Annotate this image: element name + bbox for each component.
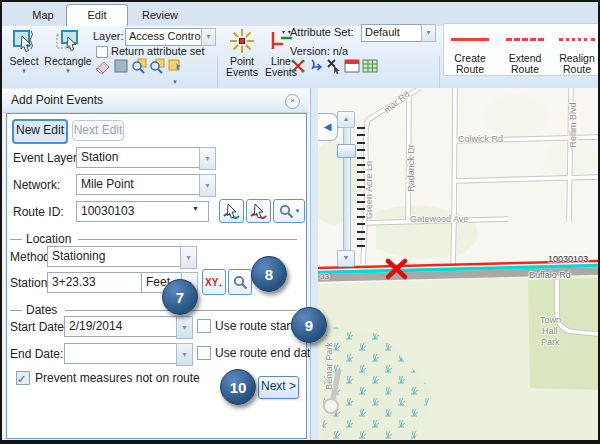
collapse-panel-button[interactable]: ◀ [318, 113, 338, 141]
return-attribute-set-checkbox[interactable] [96, 46, 108, 58]
event-layer-dropdown-arrow[interactable]: ▾ [199, 147, 216, 170]
collapse-left-icon: ◀ [324, 121, 332, 132]
next-edit-button[interactable]: Next Edit [72, 120, 124, 141]
attribute-set-dropdown[interactable]: Default [361, 24, 423, 42]
dash-dot-red-line-icon [506, 38, 544, 41]
selection-options-button[interactable]: ▾ [167, 58, 183, 74]
network-label: Network: [13, 178, 60, 192]
park-label-hall: Hall [542, 326, 558, 336]
clear-selection-button[interactable] [95, 58, 111, 74]
event-layer-label: Event Layer: [13, 151, 80, 165]
zoom-selection-icon [131, 58, 147, 74]
method-dropdown[interactable]: Stationing [47, 246, 183, 267]
extend-route-button[interactable]: Extend Route [500, 28, 550, 75]
pan-to-selection-button[interactable] [149, 58, 165, 74]
park-label-town: Town [540, 315, 561, 325]
create-route-button[interactable]: Create Route [445, 28, 495, 75]
station-hatch-label: 33 [320, 272, 329, 281]
end-date-input[interactable] [64, 343, 179, 364]
move-x-icon [326, 58, 342, 74]
method-dropdown-arrow[interactable]: ▾ [180, 246, 197, 269]
panel-title: Add Point Events [11, 93, 103, 107]
solid-red-line-icon [451, 38, 489, 41]
merge-event-button[interactable] [308, 58, 324, 74]
app-window: Map Edit Review Select ▾ Rectangle ▾ Lay… [0, 0, 600, 444]
road-label-green-acre: Green Acre Ln [364, 161, 374, 219]
event-table-button[interactable] [362, 58, 378, 74]
select-tool-button[interactable]: Select ▾ [6, 28, 42, 74]
network-dropdown-arrow[interactable]: ▾ [199, 174, 216, 197]
start-date-input[interactable]: 2/19/2014 [64, 316, 179, 337]
split-event-button[interactable] [290, 58, 306, 74]
dates-title: Dates [26, 303, 57, 317]
realign-route-button[interactable]: Realign Route [556, 28, 598, 75]
zoom-slider-handle[interactable] [337, 144, 356, 158]
route-id-label: Route ID: [13, 205, 64, 219]
rectangle-select-icon [55, 28, 81, 54]
search-icon [279, 204, 294, 219]
move-event-button[interactable] [326, 58, 342, 74]
point-events-button[interactable]: Point Events [224, 28, 260, 78]
route-id-combo-arrow[interactable]: ▼ [192, 205, 199, 212]
return-attribute-set-label: Return attribute set [111, 45, 205, 57]
pan-selection-icon [149, 58, 165, 74]
fieldset-line [78, 239, 297, 240]
event-layer-dropdown[interactable]: Station [76, 147, 202, 168]
layer-dropdown-arrow[interactable]: ▾ [201, 28, 216, 46]
end-date-dropdown-arrow[interactable]: ▾ [176, 343, 193, 366]
rectangle-tool-button[interactable]: Rectangle ▾ [44, 28, 92, 74]
clear-route-selection-button[interactable] [246, 199, 271, 223]
fieldset-line [10, 310, 22, 311]
ribbon: Select ▾ Rectangle ▾ Layer: Access Contr… [0, 26, 600, 89]
select-route-on-map-button[interactable] [219, 199, 244, 223]
red-x-split-icon [290, 58, 306, 74]
road-label-radarick: Radarick Dr [406, 144, 416, 192]
cul-de-sac-symbol [324, 399, 338, 413]
slider-down-icon: ▼ [343, 254, 350, 261]
new-edit-button[interactable]: New Edit [12, 119, 68, 144]
road-label-buffalo: Buffalo Rd [529, 270, 571, 280]
table-grid-icon [362, 58, 378, 74]
tab-edit[interactable]: Edit [66, 4, 128, 27]
station-input[interactable]: 3+23.33 [47, 272, 145, 293]
layer-label: Layer: [93, 30, 124, 42]
prevent-measures-checkbox[interactable]: ✓ [16, 371, 30, 385]
search-icon [233, 275, 248, 290]
close-icon[interactable]: × [285, 94, 300, 109]
zoom-slider-ticks [357, 127, 365, 249]
road-label-gatewood: Gatewood Ave [410, 214, 468, 224]
select-icon [11, 28, 37, 54]
zoom-in-button[interactable]: ▲ [337, 111, 355, 128]
next-button[interactable]: Next > [258, 376, 299, 399]
window-icon [344, 58, 360, 74]
layer-dropdown[interactable]: Access Control [125, 28, 203, 46]
route-number-label: 10030103 [548, 254, 588, 264]
network-dropdown[interactable]: Mile Point [76, 174, 202, 195]
chevron-down-icon: ▾ [296, 207, 300, 215]
zoom-out-button[interactable]: ▼ [337, 250, 355, 267]
route-picker-blue-icon [223, 203, 240, 220]
version-label: Version: n/a [290, 45, 348, 57]
xy-icon: XY [205, 277, 218, 288]
chevron-down-icon: ▾ [6, 67, 42, 74]
eraser-icon [95, 58, 111, 74]
route-id-combo[interactable]: 10030103 [76, 201, 209, 222]
zoom-to-selection-button[interactable] [131, 58, 147, 74]
xy-locate-button[interactable]: XY+ [202, 269, 226, 295]
use-route-start-date-checkbox[interactable] [197, 319, 211, 333]
road-label-colwick: Colwick Rd [458, 134, 503, 144]
attribute-set-dropdown-arrow[interactable]: ▾ [421, 24, 436, 42]
start-date-dropdown-arrow[interactable]: ▾ [176, 316, 193, 339]
location-title: Location [26, 232, 71, 246]
select-none-button[interactable] [113, 58, 129, 74]
callout-7: 7 [162, 279, 198, 315]
route-search-menu-button[interactable]: ▾ [273, 199, 305, 223]
callout-9: 9 [291, 307, 327, 343]
selection-star-icon [167, 58, 183, 74]
map-green-patch [484, 94, 548, 138]
use-route-end-date-checkbox[interactable] [197, 346, 211, 360]
tab-map[interactable]: Map [20, 5, 66, 25]
station-search-button[interactable] [228, 269, 252, 295]
event-attributes-window-button[interactable] [344, 58, 360, 74]
tab-review[interactable]: Review [134, 5, 186, 25]
